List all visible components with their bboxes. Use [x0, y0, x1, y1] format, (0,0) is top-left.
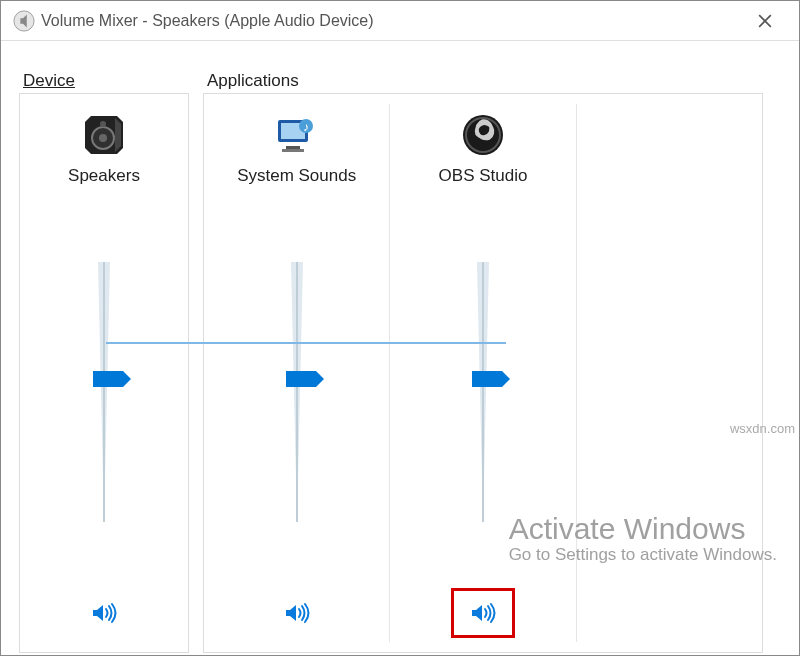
- svg-rect-10: [286, 146, 300, 149]
- slider-thumb[interactable]: [93, 371, 123, 387]
- slider-area: [20, 186, 188, 598]
- device-panel: Speakers: [19, 93, 189, 653]
- applications-header: Applications: [203, 71, 763, 91]
- speaker-device-icon: [79, 108, 129, 162]
- speaker-wave-icon: [90, 601, 118, 629]
- mute-button[interactable]: [85, 598, 123, 632]
- device-section: Device Speakers: [19, 71, 203, 645]
- svg-text:♪: ♪: [303, 120, 309, 134]
- svg-point-6: [99, 134, 107, 142]
- speaker-wave-icon: [283, 601, 311, 629]
- close-icon: [758, 14, 772, 28]
- content-area: Device Speakers Applications ♪System Sou…: [1, 41, 799, 655]
- device-header: Device: [19, 71, 203, 91]
- window-frame: Volume Mixer - Speakers (Apple Audio Dev…: [0, 0, 800, 656]
- mute-button[interactable]: [278, 598, 316, 632]
- volume-column: Speakers: [20, 104, 188, 642]
- slider-area: [204, 186, 389, 598]
- column-label: System Sounds: [237, 166, 356, 186]
- svg-marker-4: [115, 118, 121, 152]
- volume-mixer-icon: [13, 10, 35, 32]
- title-bar: Volume Mixer - Speakers (Apple Audio Dev…: [1, 1, 799, 41]
- slider-thumb[interactable]: [286, 371, 316, 387]
- slider-thumb[interactable]: [472, 371, 502, 387]
- svg-point-7: [100, 121, 106, 127]
- column-label: Speakers: [68, 166, 140, 186]
- red-highlight-box: [451, 588, 515, 638]
- slider-area: [390, 186, 575, 598]
- close-button[interactable]: [743, 3, 787, 39]
- source-watermark: wsxdn.com: [730, 421, 795, 436]
- svg-rect-11: [282, 149, 304, 152]
- obs-icon: [458, 108, 508, 162]
- applications-section: Applications ♪System SoundsOBS Studio: [203, 71, 763, 645]
- window-title: Volume Mixer - Speakers (Apple Audio Dev…: [41, 12, 743, 30]
- applications-panel: ♪System SoundsOBS Studio: [203, 93, 763, 653]
- system-sounds-icon: ♪: [272, 108, 322, 162]
- volume-column: ♪System Sounds: [204, 104, 390, 642]
- volume-column: OBS Studio: [390, 104, 576, 642]
- empty-column: [577, 104, 762, 642]
- column-label: OBS Studio: [439, 166, 528, 186]
- device-link-line: [106, 342, 506, 344]
